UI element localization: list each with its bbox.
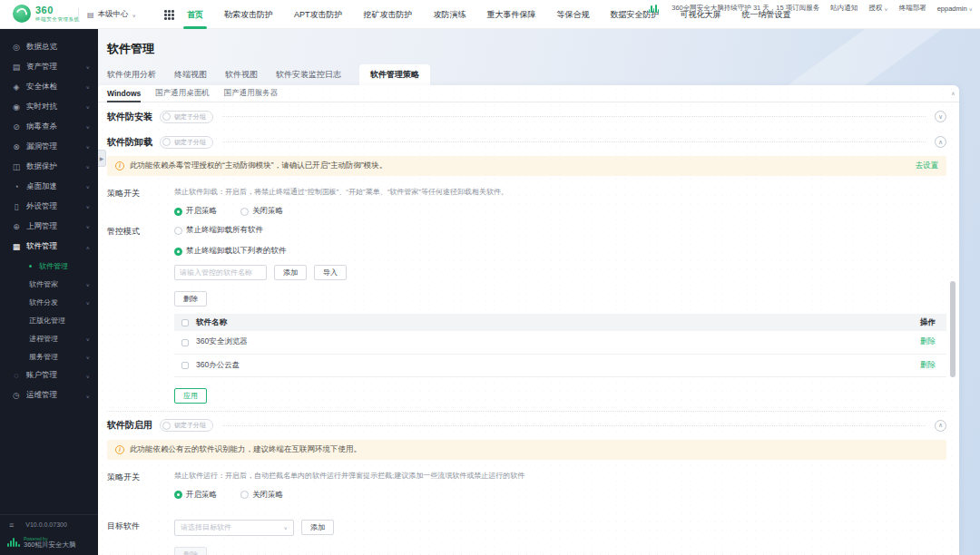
row-checkbox[interactable] (181, 339, 189, 346)
main-area: 软件管理 软件使用分析 终端视图 软件视图 软件安装监控日志 软件管理策略 Wi… (98, 29, 980, 555)
deploy-link[interactable]: 终端部署 (899, 4, 926, 13)
expand-section-icon[interactable]: ∧ (935, 136, 946, 148)
software-icon: ▦ (12, 242, 21, 251)
sidebar-subitem-service-mgmt[interactable]: 服务管理∨ (0, 347, 98, 365)
nav-apt[interactable]: APT攻击防护 (294, 0, 343, 29)
radio-block-list[interactable]: 禁止终端卸载以下列表的软件 (174, 246, 946, 257)
auth-menu[interactable]: 授权∨ (868, 4, 887, 13)
nav-home[interactable]: 首页 (187, 0, 203, 29)
sidebar-subitem-process-mgmt[interactable]: 进程管理∨ (0, 329, 98, 347)
add-button[interactable]: 添加 (301, 520, 334, 535)
radio-icon (240, 491, 249, 499)
brand-logo: 360 终端安全管理系统 (13, 5, 80, 23)
internet-icon: ⊕ (12, 222, 21, 231)
chevron-down-icon: ∨ (86, 281, 90, 287)
vertical-scrollbar[interactable]: ∧ (949, 89, 957, 555)
sidebar-item-internet[interactable]: ⊕上网管理∨ (0, 217, 98, 237)
page-title: 软件管理 (107, 41, 154, 57)
scroll-up-arrow[interactable]: ∧ (949, 89, 957, 98)
account-icon: ◌ (12, 371, 21, 380)
info-icon: i (115, 445, 124, 454)
radio-icon (174, 208, 182, 216)
collapse-sidebar-icon[interactable]: ≡ (9, 521, 14, 530)
sidebar-item-checkup[interactable]: ◈安全体检∨ (0, 77, 98, 97)
header-right: 360全网安全大脑持续守护 31 天，15 项订阅服务 站内通知 授权∨ 终端部… (649, 4, 973, 13)
sidebar-item-ops[interactable]: ◷运维管理∨ (0, 385, 98, 405)
sidebar-subitem-software-mgmt[interactable]: 软件管理 (0, 257, 98, 275)
version-label: V10.0.0.07300 (25, 521, 67, 528)
nav-drill[interactable]: 攻防演练 (434, 0, 466, 29)
lock-subgroup-toggle[interactable]: 锁定子分组 (160, 419, 213, 432)
select-all-checkbox[interactable] (181, 319, 189, 326)
nav-ransomware[interactable]: 勒索攻击防护 (224, 0, 273, 29)
tab-software-view[interactable]: 软件视图 (225, 64, 258, 85)
data-protection-icon: ◫ (12, 162, 21, 171)
radio-policy-off[interactable]: 关闭策略 (240, 206, 283, 217)
apply-button[interactable]: 应用 (174, 388, 207, 404)
chevron-down-icon: ∨ (86, 224, 90, 229)
go-settings-link[interactable]: 去设置 (916, 161, 939, 171)
section-anti-install-header: 软件防安装 锁定子分组 ∨ (98, 105, 959, 128)
row-delete-link[interactable]: 删除 (920, 360, 936, 369)
nav-compliance[interactable]: 等保合规 (557, 0, 590, 29)
target-software-select[interactable]: 请选择目标软件 ∨ (174, 520, 294, 536)
tab-terminal-view[interactable]: 终端视图 (174, 64, 207, 85)
radio-policy-off[interactable]: 关闭策略 (240, 490, 283, 501)
lock-subgroup-toggle[interactable]: 锁定子分组 (160, 136, 213, 149)
radio-policy-on[interactable]: 开启策略 (174, 490, 217, 501)
collapse-section-icon[interactable]: ∨ (935, 111, 946, 122)
import-button[interactable]: 导入 (314, 265, 347, 280)
sidebar-item-peripheral[interactable]: ▯外设管理∨ (0, 197, 98, 217)
chevron-down-icon: ∨ (969, 5, 973, 11)
product-name: 终端安全管理系统 (35, 16, 80, 23)
divider (222, 141, 926, 142)
user-menu[interactable]: eppadmin∨ (937, 5, 973, 13)
subtab-domestic-desktop[interactable]: 国产通用桌面机 (155, 85, 210, 102)
radio-block-all[interactable]: 禁止终端卸载所有软件 (174, 225, 946, 236)
chevron-down-icon: ∨ (86, 373, 90, 378)
sidebar-item-antivirus[interactable]: ⊘病毒查杀∨ (0, 117, 98, 137)
software-name-input[interactable] (174, 265, 267, 280)
add-button[interactable]: 添加 (274, 265, 307, 280)
sidebar-item-data-protection[interactable]: ◫数据保护∨ (0, 157, 98, 177)
sidebar-item-vulnerability[interactable]: ⊗漏洞管理∨ (0, 137, 98, 157)
subtab-windows[interactable]: Windows (107, 85, 141, 102)
sidebar-expander-handle[interactable]: ▶ (98, 150, 106, 167)
active-dot-icon (29, 265, 32, 268)
apps-grid-icon[interactable] (164, 10, 174, 20)
tab-management-policy[interactable]: 软件管理策略 (359, 64, 430, 85)
nav-mining[interactable]: 挖矿攻击防护 (364, 0, 413, 29)
subtab-domestic-server[interactable]: 国产通用服务器 (224, 85, 279, 102)
sidebar-item-desktop-speedup[interactable]: ◔桌面加速∨ (0, 177, 98, 197)
sidebar-item-software[interactable]: ▦软件管理∧ (0, 237, 98, 257)
sidebar-subitem-genuine-mgmt[interactable]: 正版化管理 (0, 311, 98, 329)
scrollbar-thumb[interactable] (950, 281, 956, 377)
vulnerability-icon: ⊗ (12, 142, 21, 151)
nav-major-event[interactable]: 重大事件保障 (487, 0, 536, 29)
brain-status-icon (649, 5, 660, 13)
row-delete-link[interactable]: 删除 (920, 336, 936, 346)
sidebar-item-realtime-defense[interactable]: ◉实时对抗∨ (0, 97, 98, 117)
org-icon: ▤ (87, 11, 94, 19)
section-anti-run-header: 软件防启用 锁定子分组 ∧ (98, 414, 959, 437)
radio-icon (174, 248, 182, 256)
expand-section-icon[interactable]: ∧ (935, 420, 946, 432)
sidebar-item-assets[interactable]: ▤资产管理∨ (0, 57, 98, 77)
sidebar-subitem-software-dispatch[interactable]: 软件分发∨ (0, 293, 98, 311)
sidebar-subitem-software-butler[interactable]: 软件管家∨ (0, 275, 98, 293)
tab-install-monitor-log[interactable]: 软件安装监控日志 (276, 64, 341, 85)
chevron-up-icon: ∧ (86, 244, 90, 249)
radio-policy-on[interactable]: 开启策略 (174, 206, 217, 217)
center-switcher[interactable]: ▤ 本级中心 ∨ (87, 0, 136, 29)
delete-selected-button[interactable]: 删除 (174, 291, 207, 307)
delete-button-disabled[interactable]: 删除 (174, 547, 207, 555)
lock-subgroup-toggle[interactable]: 锁定子分组 (160, 111, 213, 123)
sidebar-item-data-overview[interactable]: ◎数据总览 (0, 37, 98, 57)
page-tabs: 软件使用分析 终端视图 软件视图 软件安装监控日志 软件管理策略 (107, 65, 430, 85)
chevron-down-icon: ∨ (86, 204, 90, 209)
antivirus-icon: ⊘ (12, 122, 21, 131)
sidebar-item-account[interactable]: ◌账户管理∨ (0, 365, 98, 385)
tab-usage-analysis[interactable]: 软件使用分析 (107, 64, 156, 85)
notice-link[interactable]: 站内通知 (830, 4, 858, 13)
row-checkbox[interactable] (181, 362, 189, 369)
